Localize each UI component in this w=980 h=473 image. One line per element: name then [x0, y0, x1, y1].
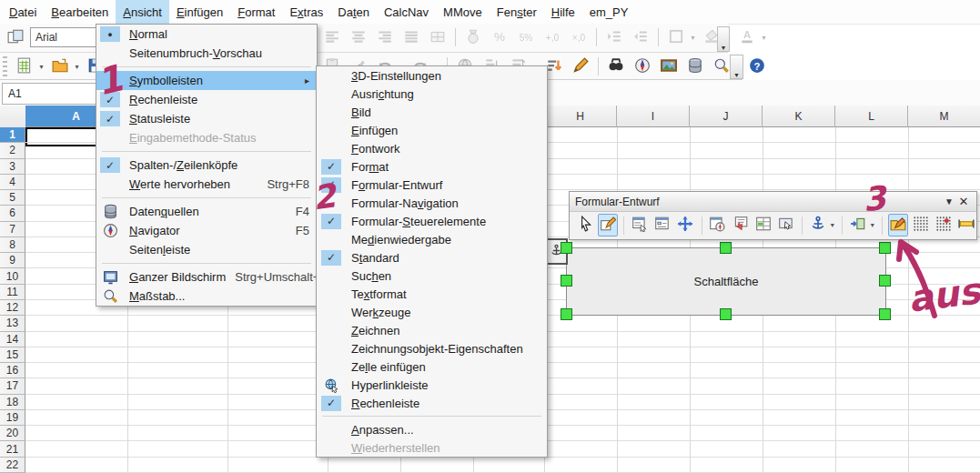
select-all-corner[interactable] [0, 106, 26, 128]
toolbars-submenu-item-suchen[interactable]: Suchen [317, 267, 547, 285]
row-header-14[interactable]: 14 [0, 332, 25, 347]
toolbar-overflow-button[interactable]: ▼ [717, 26, 730, 52]
close-button[interactable]: ✕ [956, 195, 971, 209]
row-header-12[interactable]: 12 [0, 300, 25, 316]
toolbars-submenu-item-formular-steuerelemente[interactable]: ✓Formular-Steuerelemente [317, 212, 547, 230]
chevron-down-icon[interactable]: ▾ [689, 34, 697, 42]
toolbars-submenu-item-zelle-einf-gen[interactable]: Zelle einfügen [317, 357, 547, 376]
row-header-8[interactable]: 8 [0, 237, 25, 253]
draw-pencil-button[interactable] [569, 55, 592, 78]
focus-control-button[interactable] [776, 214, 796, 236]
add-decimal-button[interactable]: +,0 [541, 25, 564, 49]
snap-grid-button[interactable] [934, 214, 954, 236]
row-header-19[interactable]: 19 [0, 410, 25, 426]
menubar-item-bearbeiten[interactable]: Bearbeiten [44, 0, 116, 24]
view-menu-item-datenquellen[interactable]: DatenquellenF4 [96, 202, 317, 221]
delete-decimal-button[interactable]: ×,0 [567, 25, 591, 49]
row-header-2[interactable]: 2 [0, 143, 25, 158]
chevron-down-icon[interactable]: ▾ [829, 221, 836, 229]
menubar-item-hilfe[interactable]: Hilfe [544, 0, 582, 24]
view-menu-item-spalten-zeilenk-pfe[interactable]: ✓Spalten-/Zeilenköpfe [96, 156, 317, 175]
toolbars-submenu-item-einf-gen[interactable]: Einfügen [317, 121, 547, 139]
data-sources-button[interactable] [683, 55, 707, 78]
toolbars-submenu-item-standard[interactable]: ✓Standard [317, 248, 547, 267]
guides-button[interactable] [956, 214, 976, 236]
toolbars-submenu-item-ausrichtung[interactable]: Ausrichtung [317, 85, 547, 103]
toolbar-menu-button[interactable]: ▼ [942, 195, 956, 209]
view-menu-item-statusleiste[interactable]: ✓Statusleiste [96, 109, 317, 128]
font-name-combobox[interactable]: Arial [30, 27, 102, 47]
view-menu-item-ganzer-bildschirm[interactable]: Ganzer BildschirmStrg+Umschalt+J [96, 267, 317, 287]
toolbars-submenu-item-format[interactable]: ✓Format [317, 157, 547, 176]
form-navigator-button[interactable] [707, 214, 727, 236]
form-properties-button[interactable] [652, 214, 672, 236]
row-header-3[interactable]: 3 [0, 159, 25, 175]
view-menu-item-seitenleiste[interactable]: Seitenleiste [96, 240, 317, 259]
row-header-15[interactable]: 15 [0, 347, 25, 363]
toolbars-submenu-item-fontwork[interactable]: Fontwork [317, 139, 547, 157]
view-menu-item-navigator[interactable]: NavigatorF5 [96, 221, 317, 240]
sidebar-button[interactable] [4, 25, 27, 49]
toolbars-submenu-item-rechenleiste[interactable]: ✓Rechenleiste [317, 394, 547, 412]
selection-handle[interactable] [879, 308, 891, 320]
row-header-7[interactable]: 7 [0, 222, 25, 237]
row-header-16[interactable]: 16 [0, 363, 25, 378]
menubar-item-calcnav[interactable]: CalcNav [377, 0, 436, 24]
control-properties-button[interactable] [630, 214, 650, 236]
formular-entwurf-titlebar[interactable]: Formular-Entwurf ▼ ✕ [570, 192, 976, 212]
percent-button[interactable]: % [488, 25, 511, 49]
toolbars-submenu-item-textformat[interactable]: Textformat [317, 285, 547, 303]
select-button[interactable] [575, 214, 595, 236]
find-replace-button[interactable] [604, 55, 628, 78]
toolbars-submenu-item-werkzeuge[interactable]: Werkzeuge [317, 303, 547, 321]
help-button[interactable]: ? [745, 55, 769, 78]
currency-button[interactable] [461, 25, 485, 49]
menubar-item-fenster[interactable]: Fenster [490, 0, 544, 24]
selection-handle[interactable] [561, 308, 572, 320]
view-menu-item-seitenumbruch-vorschau[interactable]: Seitenumbruch-Vorschau [96, 44, 317, 63]
merge-cells-button[interactable] [426, 25, 450, 49]
column-header-k[interactable]: K [763, 106, 835, 127]
row-header-17[interactable]: 17 [0, 378, 25, 394]
toolbar-overflow-button[interactable]: ▼ [730, 55, 743, 79]
anchor-button[interactable] [808, 214, 828, 236]
gallery-button[interactable] [657, 55, 681, 78]
menubar-item-em-py[interactable]: em_PY [582, 0, 636, 24]
view-menu-item-normal[interactable]: ●Normal [96, 25, 317, 44]
navigator-button[interactable] [631, 55, 654, 78]
decrease-indent-button[interactable] [629, 25, 652, 49]
column-header-l[interactable]: L [835, 106, 908, 127]
menubar-item-format[interactable]: Format [230, 0, 282, 24]
row-header-21[interactable]: 21 [0, 441, 25, 457]
align-right-button[interactable] [373, 25, 397, 49]
toolbars-submenu-item-3d-einstellungen[interactable]: 3D-Einstellungen [317, 66, 547, 85]
borders-button[interactable] [664, 25, 688, 49]
chevron-down-icon[interactable]: ▾ [73, 63, 81, 71]
toolbars-submenu-item-zeichnungsobjekt-eigenschaften[interactable]: Zeichnungsobjekt-Eigenschaften [317, 339, 547, 357]
design-mode-toggle-button[interactable] [888, 214, 908, 236]
column-header-j[interactable]: J [690, 106, 763, 127]
position-size-button[interactable] [675, 214, 695, 236]
toolbars-submenu-item-hyperlinkleiste[interactable]: Hyperlinkleiste [317, 376, 547, 394]
selection-handle[interactable] [561, 242, 572, 254]
column-header-h[interactable]: H [544, 106, 617, 127]
column-header-m[interactable]: M [908, 106, 980, 127]
row-header-20[interactable]: 20 [0, 426, 25, 441]
chevron-down-icon[interactable]: ▾ [869, 221, 876, 229]
row-header-10[interactable]: 10 [0, 268, 25, 284]
activation-order-button[interactable] [753, 214, 773, 236]
open-button[interactable] [48, 55, 72, 78]
selection-handle[interactable] [720, 308, 732, 320]
align-center-button[interactable] [347, 25, 370, 49]
add-field-button[interactable] [731, 214, 751, 236]
toolbars-submenu-item-medienwiedergabe[interactable]: Medienwiedergabe [317, 230, 547, 248]
row-header-1[interactable]: 1 [0, 127, 25, 143]
align-object-button[interactable] [848, 214, 868, 236]
row-header-4[interactable]: 4 [0, 175, 25, 190]
menubar-item-daten[interactable]: Daten [330, 0, 377, 24]
view-menu-item-werte-hervorheben[interactable]: Werte hervorhebenStrg+F8 [96, 175, 317, 194]
chevron-down-icon[interactable]: ▾ [760, 34, 768, 42]
selection-handle[interactable] [561, 275, 572, 287]
chevron-down-icon[interactable]: ▾ [37, 63, 45, 71]
justify-button[interactable] [399, 25, 423, 49]
